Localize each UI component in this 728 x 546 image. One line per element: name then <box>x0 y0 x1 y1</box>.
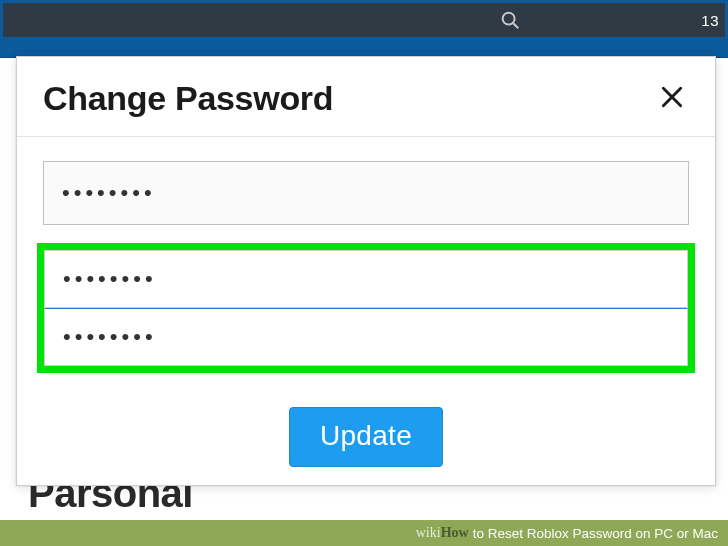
current-password-field[interactable]: •••••••• <box>43 161 689 225</box>
update-button[interactable]: Update <box>289 407 443 467</box>
modal-actions: Update <box>43 407 689 467</box>
caption-brand-wiki: wiki <box>416 525 441 541</box>
change-password-modal: Change Password •••••••• •••••••• ••••••… <box>16 56 716 486</box>
highlighted-password-group: •••••••• •••••••• <box>37 243 695 373</box>
modal-header: Change Password <box>17 57 715 137</box>
topbar-inner: 13 <box>3 3 725 37</box>
search-icon[interactable] <box>499 9 521 31</box>
modal-body: •••••••• •••••••• •••••••• Update <box>17 137 715 467</box>
caption-text: to Reset Roblox Password on PC or Mac <box>473 526 718 541</box>
modal-title: Change Password <box>43 79 333 118</box>
close-icon <box>659 84 685 114</box>
page-background: 13 Parsonal Change Password •••••••• •••… <box>0 0 728 546</box>
caption-bar: wikiHow to Reset Roblox Password on PC o… <box>0 520 728 546</box>
svg-line-1 <box>514 23 519 28</box>
caption-brand-how: How <box>441 525 469 541</box>
confirm-password-field[interactable]: •••••••• <box>44 308 688 366</box>
close-button[interactable] <box>657 84 687 114</box>
app-topbar: 13 <box>0 0 728 58</box>
svg-point-0 <box>503 13 515 25</box>
topbar-number: 13 <box>701 12 719 29</box>
new-password-field[interactable]: •••••••• <box>44 250 688 308</box>
